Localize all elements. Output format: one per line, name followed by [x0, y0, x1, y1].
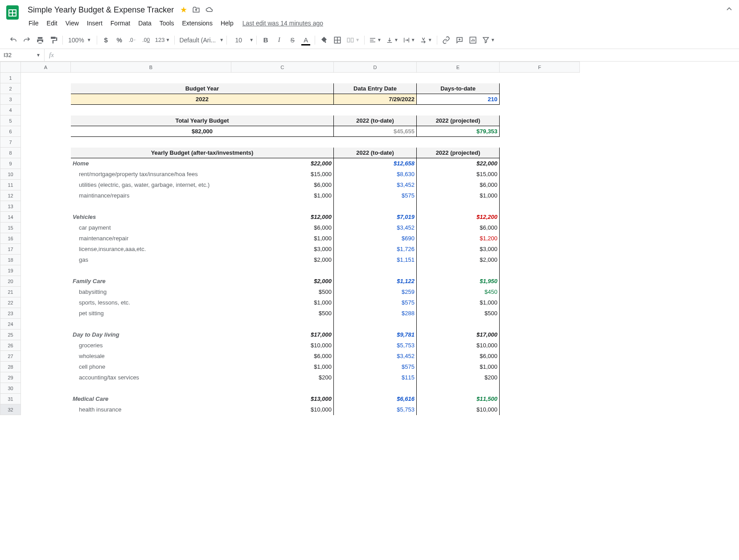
- cell[interactable]: [231, 265, 334, 276]
- name-box[interactable]: I32▼: [0, 49, 45, 61]
- cell[interactable]: [21, 276, 71, 287]
- cell[interactable]: [21, 158, 71, 169]
- row-header[interactable]: 20: [0, 276, 21, 287]
- cell[interactable]: gas: [71, 255, 231, 265]
- cell[interactable]: $1,122: [334, 276, 417, 287]
- cell[interactable]: [500, 383, 580, 394]
- cell[interactable]: [21, 404, 71, 415]
- cell[interactable]: $5,753: [334, 404, 417, 415]
- cell[interactable]: $11,500: [417, 394, 500, 404]
- cell[interactable]: $10,000: [231, 404, 334, 415]
- cell[interactable]: [500, 180, 580, 190]
- row-header[interactable]: 13: [0, 201, 21, 212]
- row-header[interactable]: 10: [0, 169, 21, 180]
- cell[interactable]: 2022 (to-date): [334, 148, 417, 158]
- menu-format[interactable]: Format: [107, 18, 134, 29]
- zoom-select[interactable]: 100%▼: [66, 34, 94, 46]
- doc-title[interactable]: Simple Yearly Budget & Expense Tracker: [25, 4, 177, 16]
- chevron-down-icon[interactable]: ▼: [219, 37, 224, 42]
- cell[interactable]: $6,000: [417, 222, 500, 233]
- row-header[interactable]: 22: [0, 297, 21, 308]
- cell[interactable]: $1,200: [417, 233, 500, 244]
- cell[interactable]: [500, 222, 580, 233]
- cell[interactable]: [21, 351, 71, 362]
- text-color-button[interactable]: A: [300, 34, 312, 46]
- text-rotation-button[interactable]: ▼: [418, 34, 434, 46]
- cell[interactable]: Days-to-date: [417, 83, 500, 94]
- print-button[interactable]: [34, 34, 46, 46]
- cell[interactable]: $1,000: [417, 190, 500, 201]
- cell[interactable]: [71, 319, 231, 329]
- cell[interactable]: $500: [231, 287, 334, 297]
- filter-button[interactable]: ▼: [480, 34, 497, 46]
- cell[interactable]: 2022 (projected): [417, 148, 500, 158]
- cell[interactable]: Budget Year: [71, 83, 334, 94]
- cell[interactable]: cell phone: [71, 362, 231, 372]
- cell[interactable]: $2,000: [417, 255, 500, 265]
- cell[interactable]: [500, 297, 580, 308]
- cell[interactable]: [21, 115, 71, 126]
- cell[interactable]: [417, 319, 500, 329]
- cell[interactable]: [334, 383, 417, 394]
- cell[interactable]: $10,000: [231, 340, 334, 351]
- cell[interactable]: $1,000: [231, 297, 334, 308]
- cell[interactable]: [231, 383, 334, 394]
- cell[interactable]: [500, 404, 580, 415]
- cell[interactable]: $15,000: [231, 169, 334, 180]
- cell[interactable]: [21, 190, 71, 201]
- row-header[interactable]: 12: [0, 190, 21, 201]
- borders-button[interactable]: [331, 34, 344, 46]
- cell[interactable]: [21, 297, 71, 308]
- menu-edit[interactable]: Edit: [43, 18, 61, 29]
- cell[interactable]: $200: [417, 372, 500, 383]
- row-header[interactable]: 15: [0, 222, 21, 233]
- insert-link-button[interactable]: [440, 34, 452, 46]
- col-header[interactable]: C: [231, 62, 334, 73]
- cell[interactable]: [500, 351, 580, 362]
- row-header[interactable]: 21: [0, 287, 21, 297]
- cell[interactable]: [500, 105, 580, 115]
- cell[interactable]: Home: [71, 158, 231, 169]
- cell[interactable]: 2022 (projected): [417, 115, 500, 126]
- cell[interactable]: $10,000: [417, 404, 500, 415]
- row-header[interactable]: 11: [0, 180, 21, 190]
- cell[interactable]: 210: [417, 94, 500, 105]
- col-header[interactable]: A: [21, 62, 71, 73]
- cell[interactable]: [500, 287, 580, 297]
- row-header[interactable]: 14: [0, 212, 21, 222]
- cell[interactable]: [21, 169, 71, 180]
- row-header[interactable]: 6: [0, 126, 21, 137]
- cell[interactable]: pet sitting: [71, 308, 231, 319]
- cell[interactable]: [500, 73, 580, 83]
- row-header[interactable]: 5: [0, 115, 21, 126]
- cell[interactable]: $12,000: [231, 212, 334, 222]
- cell[interactable]: $3,000: [417, 244, 500, 255]
- cell[interactable]: $3,452: [334, 222, 417, 233]
- cell[interactable]: $575: [334, 190, 417, 201]
- cell[interactable]: [500, 276, 580, 287]
- last-edit-link[interactable]: Last edit was 14 minutes ago: [242, 20, 323, 27]
- move-icon[interactable]: [192, 5, 201, 14]
- cell[interactable]: $3,452: [334, 180, 417, 190]
- cell[interactable]: [71, 265, 231, 276]
- increase-decimal-button[interactable]: .00: [140, 34, 152, 46]
- menu-help[interactable]: Help: [217, 18, 237, 29]
- cell[interactable]: [21, 244, 71, 255]
- cell[interactable]: $2,000: [231, 255, 334, 265]
- cell[interactable]: [500, 265, 580, 276]
- cell[interactable]: [231, 319, 334, 329]
- cell[interactable]: $1,000: [231, 362, 334, 372]
- cell[interactable]: [231, 105, 334, 115]
- sheets-logo[interactable]: [4, 4, 21, 21]
- cell[interactable]: [500, 83, 580, 94]
- cell[interactable]: [417, 73, 500, 83]
- cell[interactable]: [500, 115, 580, 126]
- row-header[interactable]: 31: [0, 394, 21, 404]
- menu-data[interactable]: Data: [135, 18, 155, 29]
- cell[interactable]: $575: [334, 362, 417, 372]
- menu-extensions[interactable]: Extensions: [178, 18, 216, 29]
- cell[interactable]: $2,000: [231, 276, 334, 287]
- decrease-decimal-button[interactable]: .0←: [127, 34, 139, 46]
- cell[interactable]: $1,000: [417, 297, 500, 308]
- col-header[interactable]: E: [417, 62, 500, 73]
